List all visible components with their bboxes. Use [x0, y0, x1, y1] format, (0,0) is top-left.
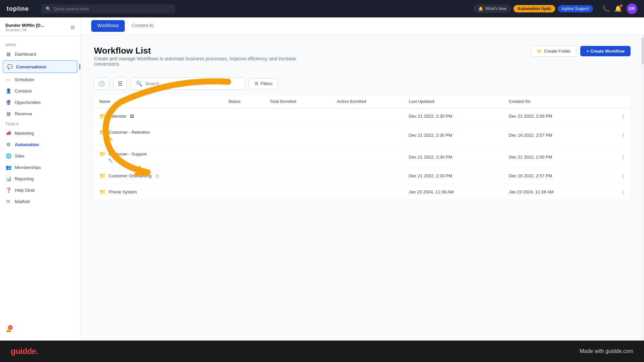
col-active-enrolled: Active Enrolled: [331, 95, 404, 108]
row-status: [223, 168, 265, 184]
row-action-menu[interactable]: ⋮: [603, 184, 631, 200]
sidebar-item-mailfold-label: Mailfold: [15, 199, 30, 204]
whats-new-badge[interactable]: 🔔 What's New: [474, 5, 511, 13]
phone-icon[interactable]: 📞: [602, 5, 610, 12]
sidebar-item-mailfold[interactable]: ✉ Mailfold: [0, 196, 80, 207]
page-description: Create and manage Workflows to automate …: [94, 56, 309, 67]
row-action-menu[interactable]: ⋮: [603, 124, 631, 146]
sidebar-item-dashboard[interactable]: ▦ Dashboard: [0, 48, 80, 60]
sidebar-item-contacts-label: Contacts: [15, 88, 32, 94]
support-badge[interactable]: topline Support: [558, 5, 593, 12]
sidebar-item-reporting-label: Reporting: [15, 176, 34, 181]
automation-update-badge[interactable]: Automation Upds: [514, 5, 555, 12]
sidebar-item-revenue[interactable]: ▦ Revenue: [0, 108, 80, 119]
tab-content-ai[interactable]: Content AI: [125, 18, 160, 34]
filters-button[interactable]: ☰ Filters: [249, 78, 278, 89]
row-active-enrolled: [331, 146, 404, 168]
sidebar-item-sites[interactable]: 🌐 Sites: [0, 150, 80, 162]
tab-workflows[interactable]: Workflows: [91, 20, 125, 32]
folder-row-name: 📁 Customer - Support: [99, 151, 218, 157]
create-folder-label: Create Folder: [544, 49, 571, 54]
sidebar-item-contacts[interactable]: 👤 Contacts: [0, 85, 80, 97]
col-status: Status: [223, 95, 265, 108]
filters-label: Filters: [261, 81, 272, 86]
create-workflow-button[interactable]: + Create Workflow: [580, 46, 631, 56]
create-folder-button[interactable]: 📁 Create Folder: [531, 46, 576, 57]
topline-logo: topline: [7, 5, 29, 12]
sidebar-item-reporting[interactable]: 📊 Reporting: [0, 173, 80, 184]
sidebar-item-notifications-bottom[interactable]: 🔔 25: [0, 324, 80, 335]
row-name-cell: 📁 Customer - Support 🔧: [94, 146, 223, 168]
folder-icon-support: 📁: [99, 151, 106, 157]
sidebar-toggle-icon[interactable]: ⊞: [70, 24, 75, 31]
whats-new-icon: 🔔: [478, 6, 483, 11]
sidebar-item-conversations-label: Conversations: [16, 64, 46, 69]
row-created-on: Dec 16 2022, 2:57 PM: [503, 124, 603, 146]
global-search-bar[interactable]: 🔍 Quick search here: [41, 4, 175, 13]
row-action-menu[interactable]: ⋮: [603, 108, 631, 124]
list-view-button[interactable]: ☰: [113, 77, 127, 90]
row-total-enrolled: [264, 146, 331, 168]
sidebar-company: Dunder Mifflin [D... Scranton, PA ⊞: [0, 23, 80, 36]
sidebar-item-opportunities[interactable]: 🔮 Opportunities: [0, 97, 80, 108]
nav-icons: 📞 🔔 ER: [602, 3, 637, 14]
create-workflow-label: + Create Workflow: [586, 49, 625, 54]
apps-section-label: Apps: [0, 40, 80, 48]
workflow-title-area: Workflow List Create and manage Workflow…: [94, 46, 309, 75]
folder-icon-phone: 📁: [99, 189, 106, 195]
scrollbar-thumb: [642, 38, 644, 64]
topnav: topline 🔍 Quick search here 🔔 What's New…: [0, 0, 644, 17]
table-row: 📁 Customer - Support 🔧 Dec 21 2022, 2:30…: [94, 146, 631, 168]
row-name: Phone System: [109, 189, 137, 194]
row-name-cell: 📁 Calendar 🔲: [94, 108, 223, 124]
table-row: 📁 Phone System Jan 23 2024, 11:38 AM Jan…: [94, 184, 631, 200]
table-header: Name Status Total Enrolled Active Enroll…: [94, 95, 631, 108]
row-last-updated: Dec 21 2022, 2:30 PM: [404, 108, 503, 124]
table-row: 📁 Calendar 🔲 Dec 21 2022, 2:30 PM Dec 21…: [94, 108, 631, 124]
clock-view-button[interactable]: 🕐: [94, 77, 109, 90]
folder-icon-onboarding: 📁: [99, 173, 106, 179]
contacts-icon: 👤: [5, 88, 11, 94]
notifications-bottom-icon: 🔔 25: [5, 326, 11, 333]
folder-row-name: 📁 Calendar 🔲: [99, 113, 218, 119]
row-active-enrolled: [331, 124, 404, 146]
row-name: Customer - Support: [109, 152, 147, 157]
row-name-cell: 📁 Customer Onboarding 📋: [94, 168, 223, 184]
folder-row-name: 📁 Customer Onboarding 📋: [99, 173, 218, 179]
sidebar-item-revenue-label: Revenue: [15, 111, 32, 116]
content-body: Workflow List Create and manage Workflow…: [80, 35, 644, 341]
sidebar-item-scheduler-label: Scheduler: [15, 77, 35, 82]
conversations-icon: 💬: [7, 64, 13, 70]
row-created-on: Dec 21 2022, 2:00 PM: [503, 108, 603, 124]
sidebar-item-marketing[interactable]: 📣 Marketing: [0, 127, 80, 139]
row-action-menu[interactable]: ⋮: [603, 168, 631, 184]
folder-row-name: 📁 Customer - Retention: [99, 129, 218, 135]
sidebar-item-automation-label: Automation: [15, 142, 39, 147]
sidebar-item-memberships[interactable]: 👥 Memberships: [0, 162, 80, 173]
scrollbar[interactable]: [641, 35, 644, 341]
row-status: [223, 184, 265, 200]
row-active-enrolled: [331, 168, 404, 184]
whats-new-label: What's New: [485, 6, 507, 11]
row-name-cell: 📁 Customer - Retention ✏️: [94, 124, 223, 146]
sidebar-item-memberships-label: Memberships: [15, 165, 41, 170]
sidebar-item-automation[interactable]: ⚙ Automation: [0, 139, 80, 150]
sites-icon: 🌐: [5, 153, 11, 159]
sidebar-item-helpdesk[interactable]: ❓ Help Desk: [0, 184, 80, 196]
sidebar-item-helpdesk-label: Help Desk: [15, 188, 35, 193]
content-area: Workflows Content AI Workflow List Creat: [80, 17, 644, 341]
sidebar-item-scheduler[interactable]: — Scheduler: [0, 74, 80, 85]
table-search-wrapper: 🔍: [131, 77, 245, 90]
row-status: [223, 124, 265, 146]
workflow-header: Workflow List Create and manage Workflow…: [94, 46, 631, 75]
table-search-input[interactable]: [145, 81, 240, 86]
notification-icon-wrapper: 🔔: [614, 5, 622, 12]
table-controls: 🕐 ☰ 🔍 ☰ Filters: [94, 77, 631, 90]
row-last-updated: Jan 23 2024, 11:38 AM: [404, 184, 503, 200]
row-total-enrolled: [264, 184, 331, 200]
sidebar: Dunder Mifflin [D... Scranton, PA ⊞ Apps…: [0, 17, 80, 341]
sidebar-item-conversations[interactable]: 💬 Conversations Conversations: [3, 60, 77, 73]
reporting-icon: 📊: [5, 176, 11, 182]
avatar[interactable]: ER: [627, 3, 637, 14]
row-action-menu[interactable]: ⋮: [603, 146, 631, 168]
